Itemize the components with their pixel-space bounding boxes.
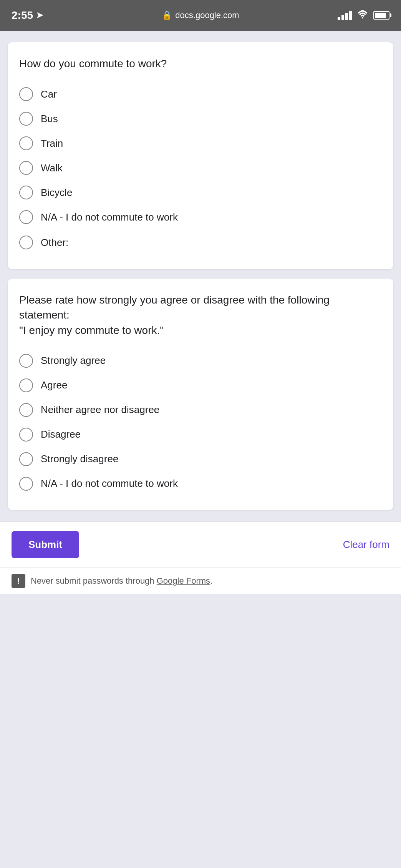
radio-neither[interactable] bbox=[19, 403, 33, 417]
lock-icon: 🔒 bbox=[162, 10, 172, 20]
option-neither-label: Neither agree nor disagree bbox=[41, 404, 159, 416]
radio-strongly-disagree[interactable] bbox=[19, 452, 33, 466]
other-input-area[interactable]: Other: bbox=[41, 235, 382, 250]
signal-icon bbox=[338, 11, 352, 20]
location-arrow-icon: ➤ bbox=[36, 10, 43, 20]
question2-card: Please rate how strongly you agree or di… bbox=[8, 279, 393, 510]
radio-train[interactable] bbox=[19, 136, 33, 150]
radio-strongly-agree[interactable] bbox=[19, 354, 33, 368]
option-strongly-agree-label: Strongly agree bbox=[41, 355, 106, 367]
time-display: 2:55 bbox=[12, 9, 33, 22]
option-na-label: N/A - I do not commute to work bbox=[41, 211, 178, 223]
radio-disagree[interactable] bbox=[19, 428, 33, 441]
option-walk-label: Walk bbox=[41, 162, 63, 174]
option-na[interactable]: N/A - I do not commute to work bbox=[19, 205, 382, 229]
option-strongly-disagree-label: Strongly disagree bbox=[41, 453, 118, 465]
other-label: Other: bbox=[41, 237, 68, 249]
radio-na[interactable] bbox=[19, 210, 33, 224]
other-text-input[interactable] bbox=[71, 235, 382, 250]
status-icons bbox=[338, 10, 389, 21]
question1-text: How do you commute to work? bbox=[19, 56, 382, 71]
radio-agree[interactable] bbox=[19, 378, 33, 392]
option-na2[interactable]: N/A - I do not commute to work bbox=[19, 471, 382, 496]
option-train-label: Train bbox=[41, 138, 63, 149]
question1-card: How do you commute to work? Car Bus Trai… bbox=[8, 42, 393, 269]
svg-point-0 bbox=[362, 17, 363, 18]
option-strongly-agree[interactable]: Strongly agree bbox=[19, 349, 382, 373]
option-na2-label: N/A - I do not commute to work bbox=[41, 478, 178, 490]
clear-form-button[interactable]: Clear form bbox=[343, 539, 389, 551]
option-other[interactable]: Other: bbox=[19, 229, 382, 256]
option-bus-label: Bus bbox=[41, 113, 58, 125]
radio-bicycle[interactable] bbox=[19, 186, 33, 199]
option-agree-label: Agree bbox=[41, 379, 67, 391]
radio-bus[interactable] bbox=[19, 112, 33, 126]
warning-icon: ! bbox=[12, 574, 25, 588]
footer: Submit Clear form bbox=[0, 521, 401, 568]
option-disagree-label: Disagree bbox=[41, 428, 81, 440]
question2-text: Please rate how strongly you agree or di… bbox=[19, 292, 382, 338]
status-bar: 2:55 ➤ 🔒 docs.google.com bbox=[0, 0, 401, 31]
status-time-area: 2:55 ➤ bbox=[12, 9, 43, 22]
warning-text: Never submit passwords through Google Fo… bbox=[31, 576, 212, 586]
option-bicycle-label: Bicycle bbox=[41, 187, 72, 199]
radio-na2[interactable] bbox=[19, 477, 33, 491]
option-walk[interactable]: Walk bbox=[19, 156, 382, 180]
submit-button[interactable]: Submit bbox=[12, 531, 79, 558]
warning-bar: ! Never submit passwords through Google … bbox=[0, 568, 401, 594]
option-bicycle[interactable]: Bicycle bbox=[19, 180, 382, 205]
radio-car[interactable] bbox=[19, 87, 33, 101]
option-agree[interactable]: Agree bbox=[19, 373, 382, 398]
radio-walk[interactable] bbox=[19, 161, 33, 175]
option-strongly-disagree[interactable]: Strongly disagree bbox=[19, 447, 382, 471]
wifi-icon bbox=[357, 10, 368, 21]
option-car[interactable]: Car bbox=[19, 82, 382, 106]
option-train[interactable]: Train bbox=[19, 131, 382, 156]
radio-other[interactable] bbox=[19, 236, 33, 249]
option-disagree[interactable]: Disagree bbox=[19, 422, 382, 447]
option-neither[interactable]: Neither agree nor disagree bbox=[19, 398, 382, 422]
url-text: docs.google.com bbox=[175, 10, 239, 20]
option-car-label: Car bbox=[41, 88, 57, 100]
page-content: How do you commute to work? Car Bus Trai… bbox=[0, 31, 401, 521]
url-bar: 🔒 docs.google.com bbox=[162, 10, 239, 20]
option-bus[interactable]: Bus bbox=[19, 106, 382, 131]
battery-icon bbox=[373, 11, 389, 20]
